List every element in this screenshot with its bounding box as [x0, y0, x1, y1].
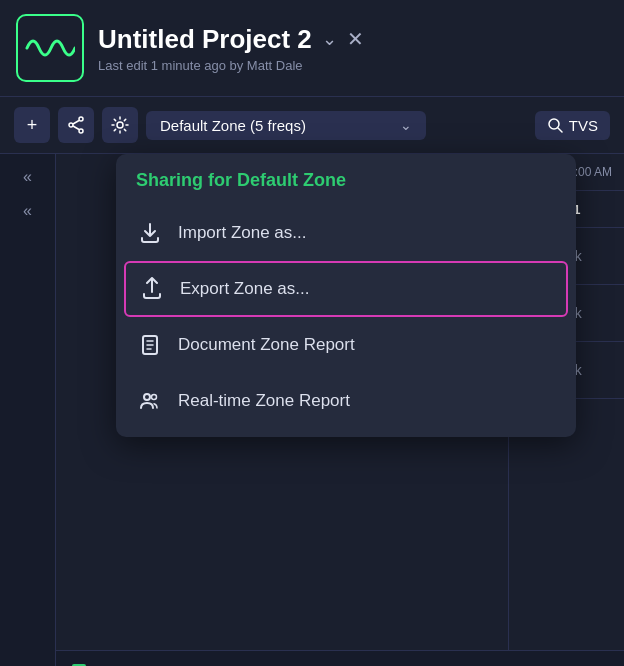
- export-icon: [138, 275, 166, 303]
- realtime-icon: [136, 387, 164, 415]
- import-zone-item[interactable]: Import Zone as...: [116, 205, 576, 261]
- main-content: 2:00 AM RF 1 Click Click Click Sharing f…: [56, 154, 624, 666]
- bottom-bar: 522.350 AD4D-A, G57+ Click: [56, 650, 624, 666]
- title-close-icon[interactable]: ✕: [347, 27, 364, 51]
- realtime-zone-item[interactable]: Real-time Zone Report: [116, 373, 576, 429]
- export-zone-label: Export Zone as...: [180, 279, 309, 299]
- dropdown-title: Sharing for Default Zone: [116, 170, 576, 205]
- zone-selector[interactable]: Default Zone (5 freqs) ⌄: [146, 111, 426, 140]
- tvs-label: TVS: [569, 117, 598, 134]
- project-title: Untitled Project 2: [98, 24, 312, 55]
- share-icon: [67, 116, 85, 134]
- content-area: « « 2:00 AM RF 1 Click Click Click Shari…: [0, 154, 624, 666]
- export-zone-item[interactable]: Export Zone as...: [124, 261, 568, 317]
- app-header: Untitled Project 2 ⌄ ✕ Last edit 1 minut…: [0, 0, 624, 97]
- title-chevron-icon[interactable]: ⌄: [322, 28, 337, 50]
- add-button[interactable]: +: [14, 107, 50, 143]
- tvs-button[interactable]: TVS: [535, 111, 610, 140]
- svg-point-5: [117, 122, 123, 128]
- svg-line-7: [558, 128, 562, 132]
- toolbar: + Default Zone (5 freqs) ⌄ TVS: [0, 97, 624, 154]
- svg-point-10: [152, 395, 157, 400]
- realtime-zone-label: Real-time Zone Report: [178, 391, 350, 411]
- zone-chevron-icon: ⌄: [400, 117, 412, 133]
- svg-point-9: [144, 394, 150, 400]
- document-icon: [136, 331, 164, 359]
- app-logo: [16, 14, 84, 82]
- project-title-row: Untitled Project 2 ⌄ ✕: [98, 24, 608, 55]
- share-button[interactable]: [58, 107, 94, 143]
- import-zone-label: Import Zone as...: [178, 223, 307, 243]
- sidebar-expand-icon[interactable]: «: [19, 198, 36, 224]
- bottom-frequency: 522.350: [102, 663, 153, 667]
- last-edit-text: Last edit 1 minute ago by Matt Dale: [98, 58, 608, 73]
- import-icon: [136, 219, 164, 247]
- sharing-dropdown: Sharing for Default Zone Import Zone as.…: [116, 154, 576, 437]
- settings-button[interactable]: [102, 107, 138, 143]
- document-zone-label: Document Zone Report: [178, 335, 355, 355]
- sidebar: « «: [0, 154, 56, 666]
- svg-point-2: [79, 129, 83, 133]
- document-zone-item[interactable]: Document Zone Report: [116, 317, 576, 373]
- header-text-block: Untitled Project 2 ⌄ ✕ Last edit 1 minut…: [98, 24, 608, 73]
- svg-line-3: [73, 121, 79, 125]
- sidebar-collapse-icon[interactable]: «: [19, 164, 36, 190]
- gear-icon: [111, 116, 129, 134]
- svg-point-1: [69, 123, 73, 127]
- svg-line-4: [73, 126, 79, 130]
- svg-point-0: [79, 117, 83, 121]
- zone-label: Default Zone (5 freqs): [160, 117, 306, 134]
- search-icon: [547, 117, 563, 133]
